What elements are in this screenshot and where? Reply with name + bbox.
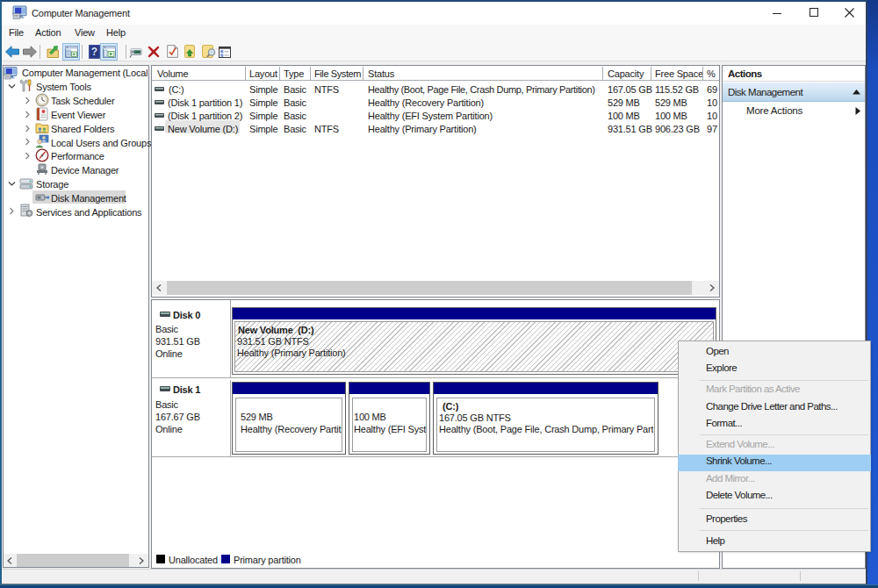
svg-text:?: ?: [91, 46, 97, 58]
